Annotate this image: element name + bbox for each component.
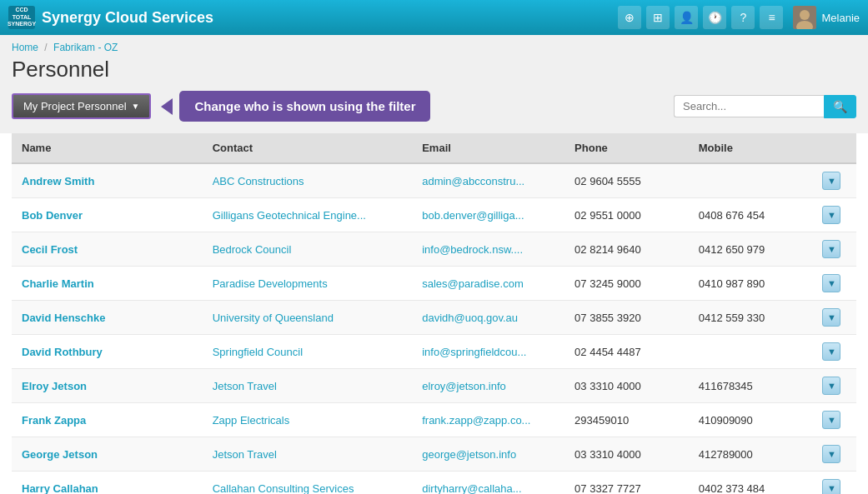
user-menu[interactable]: Melanie [793, 6, 860, 29]
table-row: Cecil Frost Bedrock Council info@bedrock… [12, 232, 856, 267]
grid-icon[interactable]: ⊞ [646, 6, 670, 29]
table-body: Andrew Smith ABC Constructions admin@abc… [12, 163, 856, 494]
cell-action: ▼ [812, 472, 856, 495]
col-header-phone: Phone [564, 133, 689, 163]
menu-icon[interactable]: ≡ [760, 6, 783, 29]
breadcrumb-parent[interactable]: Fabrikam - OZ [53, 42, 118, 53]
cell-action: ▼ [812, 301, 856, 335]
page-title: Personnel [0, 55, 868, 91]
person-link[interactable]: David Henschke [22, 312, 105, 324]
col-header-contact: Contact [203, 133, 413, 163]
table-row: David Henschke University of Queensland … [12, 301, 856, 335]
clock-icon[interactable]: 🕐 [703, 6, 726, 29]
col-header-action [812, 133, 856, 163]
contact-link[interactable]: Callahan Consulting Services [213, 482, 354, 495]
cell-phone: 293459010 [564, 403, 689, 437]
search-icon: 🔍 [833, 100, 847, 113]
cell-email: bob.denver@gilliga... [412, 198, 564, 232]
cell-mobile [689, 163, 813, 198]
row-action-button[interactable]: ▼ [822, 377, 840, 395]
row-action-button[interactable]: ▼ [822, 206, 840, 224]
person-link[interactable]: Harry Callahan [22, 482, 98, 495]
col-header-email: Email [412, 133, 564, 163]
cell-contact: Gilligans Geotechnical Engine... [203, 198, 413, 232]
row-action-button[interactable]: ▼ [822, 479, 840, 494]
cell-contact: Bedrock Council [203, 232, 413, 267]
row-action-button[interactable]: ▼ [822, 274, 840, 292]
cell-action: ▼ [812, 369, 856, 403]
contact-link[interactable]: Paradise Developments [213, 277, 328, 290]
toolbar: My Project Personnel ▼ Change who is sho… [0, 91, 868, 133]
breadcrumb-sep: / [44, 42, 47, 53]
cell-contact: Jetson Travel [203, 437, 413, 472]
cell-mobile: 412789000 [689, 437, 813, 472]
avatar [793, 6, 816, 29]
contact-link[interactable]: Jetson Travel [213, 448, 277, 461]
cell-phone: 02 9604 5555 [564, 163, 689, 198]
cell-action: ▼ [812, 163, 856, 198]
breadcrumb-home[interactable]: Home [12, 42, 38, 53]
app-header: CCD TOTAL SYNERGY Synergy Cloud Services… [0, 0, 868, 35]
row-action-button[interactable]: ▼ [822, 411, 840, 429]
breadcrumb: Home / Fabrikam - OZ [0, 35, 868, 55]
cell-action: ▼ [812, 198, 856, 232]
cell-mobile: 0412 559 330 [689, 301, 813, 335]
contact-link[interactable]: Springfield Council [213, 346, 303, 358]
contact-link[interactable]: ABC Constructions [213, 175, 304, 187]
cell-phone: 03 3310 4000 [564, 369, 689, 403]
person-link[interactable]: George Jetson [22, 448, 98, 461]
cell-contact: ABC Constructions [203, 163, 413, 198]
person-link[interactable]: David Rothbury [22, 346, 103, 358]
personnel-table: Name Contact Email Phone Mobile Andrew S… [12, 133, 856, 494]
search-button[interactable]: 🔍 [824, 95, 856, 118]
contact-link[interactable]: Jetson Travel [213, 380, 277, 392]
contact-link[interactable]: Zapp Electricals [213, 414, 289, 427]
row-action-button[interactable]: ▼ [822, 308, 840, 327]
cell-contact: Paradise Developments [203, 267, 413, 301]
search-input[interactable] [674, 95, 824, 117]
cell-action: ▼ [812, 437, 856, 472]
row-action-button[interactable]: ▼ [822, 240, 840, 258]
row-action-button[interactable]: ▼ [822, 342, 840, 361]
person-link[interactable]: Elroy Jetson [22, 380, 87, 392]
table-row: Harry Callahan Callahan Consulting Servi… [12, 472, 856, 495]
help-icon[interactable]: ? [731, 6, 755, 29]
row-action-button[interactable]: ▼ [822, 172, 840, 190]
cell-mobile: 410909090 [689, 403, 813, 437]
person-link[interactable]: Charlie Martin [22, 277, 94, 290]
filter-button[interactable]: My Project Personnel ▼ [12, 93, 151, 119]
cell-name: Cecil Frost [12, 232, 203, 267]
contact-link[interactable]: Bedrock Council [213, 243, 292, 256]
cell-phone: 02 9551 0000 [564, 198, 689, 232]
cell-contact: Zapp Electricals [203, 403, 413, 437]
cell-name: Charlie Martin [12, 267, 203, 301]
cell-email: admin@abcconstru... [412, 163, 564, 198]
cell-action: ▼ [812, 403, 856, 437]
cell-phone: 02 8214 9640 [564, 232, 689, 267]
person-link[interactable]: Bob Denver [22, 209, 83, 222]
person-icon[interactable]: 👤 [675, 6, 698, 29]
person-link[interactable]: Andrew Smith [22, 175, 94, 187]
cell-name: Bob Denver [12, 198, 203, 232]
contact-link[interactable]: Gilligans Geotechnical Engine... [213, 209, 366, 222]
cell-mobile: 0402 373 484 [689, 472, 813, 495]
cell-name: George Jetson [12, 437, 203, 472]
cell-mobile: 411678345 [689, 369, 813, 403]
person-link[interactable]: Frank Zappa [22, 414, 86, 427]
cell-action: ▼ [812, 335, 856, 369]
cell-mobile: 0412 650 979 [689, 232, 813, 267]
row-action-button[interactable]: ▼ [822, 445, 840, 463]
person-link[interactable]: Cecil Frost [22, 243, 78, 256]
cell-phone: 07 3327 7727 [564, 472, 689, 495]
app-title: Synergy Cloud Services [42, 9, 213, 27]
cell-name: David Rothbury [12, 335, 203, 369]
contact-link[interactable]: University of Queensland [213, 312, 334, 324]
tooltip-arrow-icon [161, 98, 173, 115]
cell-action: ▼ [812, 232, 856, 267]
tooltip-box: Change who is shown using the filter [179, 91, 430, 122]
cell-name: Elroy Jetson [12, 369, 203, 403]
table-header: Name Contact Email Phone Mobile [12, 133, 856, 163]
filter-label: My Project Personnel [23, 100, 127, 112]
table-row: Andrew Smith ABC Constructions admin@abc… [12, 163, 856, 198]
home-icon[interactable]: ⊕ [618, 6, 641, 29]
